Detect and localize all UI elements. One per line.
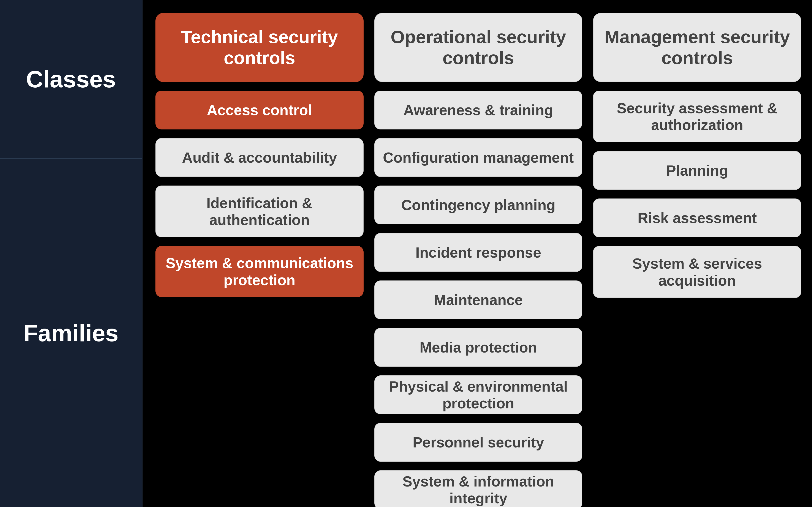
item-card-management-3[interactable]: System & services acquisition (593, 246, 801, 298)
item-label-operational-3: Incident response (416, 244, 541, 261)
column-operational: Operational security controlsAwareness &… (374, 13, 582, 494)
item-label-operational-1: Configuration management (383, 149, 574, 166)
header-label-management: Management security controls (604, 26, 790, 68)
item-label-technical-0: Access control (207, 102, 312, 118)
item-card-operational-4[interactable]: Maintenance (374, 280, 582, 319)
header-card-operational[interactable]: Operational security controls (374, 13, 582, 82)
item-label-technical-3: System & communications protection (163, 255, 356, 288)
item-card-operational-6[interactable]: Physical & environmental protection (374, 376, 582, 414)
classes-label: Classes (26, 66, 116, 92)
item-card-technical-3[interactable]: System & communications protection (155, 246, 364, 297)
item-label-management-0: Security assessment & authorization (601, 100, 793, 133)
item-card-operational-3[interactable]: Incident response (374, 233, 582, 272)
item-label-management-3: System & services acquisition (601, 255, 793, 289)
item-card-technical-0[interactable]: Access control (155, 91, 364, 129)
item-card-operational-5[interactable]: Media protection (374, 328, 582, 367)
item-card-operational-8[interactable]: System & information integrity (374, 470, 582, 507)
item-label-operational-5: Media protection (419, 339, 537, 356)
item-label-management-1: Planning (666, 162, 728, 179)
header-card-technical[interactable]: Technical security controls (155, 13, 364, 82)
sidebar-classes-section: Classes (0, 0, 142, 159)
item-label-operational-7: Personnel security (413, 434, 544, 451)
main-content: Technical security controlsAccess contro… (143, 0, 812, 507)
item-label-operational-2: Contingency planning (401, 196, 556, 213)
item-card-operational-0[interactable]: Awareness & training (374, 91, 582, 129)
item-label-operational-6: Physical & environmental protection (383, 378, 574, 412)
header-label-operational: Operational security controls (386, 26, 571, 68)
header-label-technical: Technical security controls (166, 26, 353, 68)
item-label-operational-8: System & information integrity (383, 473, 574, 507)
item-card-management-1[interactable]: Planning (593, 151, 801, 190)
column-management: Management security controlsSecurity ass… (593, 13, 801, 494)
header-card-management[interactable]: Management security controls (593, 13, 801, 82)
item-card-management-0[interactable]: Security assessment & authorization (593, 91, 801, 143)
item-card-technical-1[interactable]: Audit & accountability (155, 138, 364, 177)
item-label-operational-0: Awareness & training (403, 102, 553, 118)
column-technical: Technical security controlsAccess contro… (155, 13, 364, 494)
item-card-operational-1[interactable]: Configuration management (374, 138, 582, 177)
sidebar-families-section: Families (0, 159, 142, 507)
sidebar: Classes Families (0, 0, 143, 507)
item-label-technical-2: Identification & authentication (164, 194, 355, 228)
item-card-operational-2[interactable]: Contingency planning (374, 185, 582, 224)
item-card-management-2[interactable]: Risk assessment (593, 199, 801, 237)
families-label: Families (23, 320, 118, 346)
item-card-operational-7[interactable]: Personnel security (374, 423, 582, 462)
item-label-technical-1: Audit & accountability (182, 149, 337, 166)
item-label-management-2: Risk assessment (638, 210, 757, 226)
item-label-operational-4: Maintenance (434, 291, 523, 308)
item-card-technical-2[interactable]: Identification & authentication (155, 185, 364, 237)
